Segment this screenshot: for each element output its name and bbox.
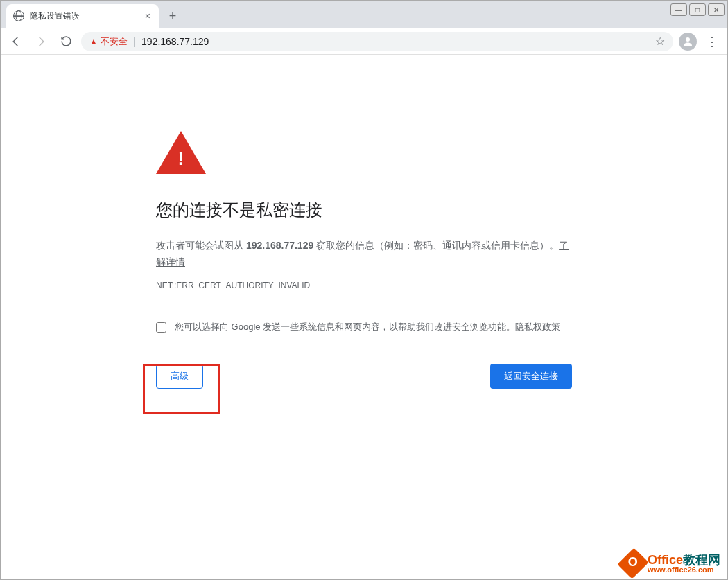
back-button[interactable] [6,32,26,51]
watermark: O Office教程网 www.office26.com [623,552,720,575]
page-content: ! 您的连接不是私密连接 攻击者可能会试图从 192.168.77.129 窃取… [1,55,727,579]
watermark-title-suffix: 教程网 [683,553,720,567]
forward-button[interactable] [31,32,51,51]
minimize-button[interactable]: — [670,3,687,16]
system-info-link[interactable]: 系统信息和网页内容 [299,322,380,332]
toolbar: ▲ 不安全 | 192.168.77.129 ☆ ⋮ [1,28,727,55]
opt-prefix: 您可以选择向 Google 发送一些 [175,322,299,332]
profile-button[interactable] [679,33,697,51]
back-to-safety-button[interactable]: 返回安全连接 [490,364,572,389]
desc-host: 192.168.77.129 [246,240,313,251]
tab-title: 隐私设置错误 [30,10,138,22]
bookmark-star-icon[interactable]: ☆ [655,35,665,48]
warning-description: 攻击者可能会试图从 192.168.77.129 窃取您的信息（例如：密码、通讯… [156,238,572,271]
security-label: 不安全 [101,35,128,48]
error-code: NET::ERR_CERT_AUTHORITY_INVALID [156,281,572,290]
warning-icon: ! [156,131,206,174]
tab-close-button[interactable]: × [144,9,152,23]
ssl-warning-interstitial: ! 您的连接不是私密连接 攻击者可能会试图从 192.168.77.129 窃取… [156,131,572,389]
watermark-badge-icon: O [617,547,648,579]
browser-window: 隐私设置错误 × + — □ ✕ ▲ 不安全 | 192.168.77.129 … [0,0,728,580]
opt-in-row: 您可以选择向 Google 发送一些系统信息和网页内容，以帮助我们改进安全浏览功… [156,321,572,333]
button-row: 高级 返回安全连接 [156,364,572,389]
browser-tab[interactable]: 隐私设置错误 × [6,4,159,28]
opt-suffix: ，以帮助我们改进安全浏览功能。 [380,322,515,332]
opt-in-label: 您可以选择向 Google 发送一些系统信息和网页内容，以帮助我们改进安全浏览功… [175,321,560,333]
new-tab-button[interactable]: + [163,6,182,26]
close-window-button[interactable]: ✕ [708,3,725,16]
reload-button[interactable] [56,32,76,51]
opt-in-checkbox[interactable] [156,322,166,333]
maximize-button[interactable]: □ [689,3,706,16]
window-controls: — □ ✕ [670,3,725,16]
desc-prefix: 攻击者可能会试图从 [156,240,246,251]
warning-heading: 您的连接不是私密连接 [156,199,572,221]
desc-suffix: 窃取您的信息（例如：密码、通讯内容或信用卡信息）。 [313,240,559,251]
divider: | [133,35,136,48]
url-text: 192.168.77.129 [141,36,209,47]
menu-button[interactable]: ⋮ [702,32,722,51]
svg-point-0 [686,37,690,42]
globe-icon [13,10,24,21]
address-bar[interactable]: ▲ 不安全 | 192.168.77.129 ☆ [81,32,673,51]
watermark-url: www.office26.com [648,566,720,574]
security-chip[interactable]: ▲ 不安全 [89,35,128,48]
advanced-button[interactable]: 高级 [156,364,203,389]
watermark-text: Office教程网 www.office26.com [648,554,720,574]
titlebar: 隐私设置错误 × + — □ ✕ [1,1,727,28]
privacy-policy-link[interactable]: 隐私权政策 [515,322,560,332]
warning-triangle-icon: ▲ [89,37,98,46]
